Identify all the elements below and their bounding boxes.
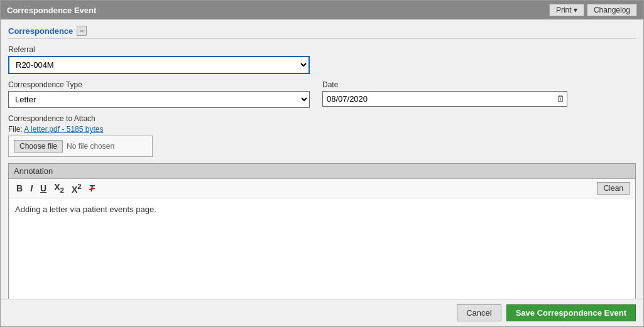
clean-button[interactable]: Clean [597,182,630,195]
correspondence-event-window: Correspondence Event Print ▾ Changelog C… [0,0,644,327]
main-content: Correspondence − Referral R20-004M Corre… [1,19,643,299]
type-col: Correspondence Type Letter [8,80,310,114]
referral-row: Referral R20-004M [8,45,636,74]
clear-format-icon: T [89,183,95,193]
attachment-label: Correspondence to Attach [8,114,636,123]
window-title: Correspondence Event [7,6,96,15]
type-row: Correspondence Type Letter [8,80,310,108]
collapse-button[interactable]: − [77,26,87,36]
type-date-row: Correspondence Type Letter Date 🗓 [8,80,636,114]
footer: Cancel Save Correspondence Event [1,299,643,326]
section-header: Correspondence − [8,26,636,39]
title-bar-buttons: Print ▾ Changelog [549,4,637,16]
date-row: Date 🗓 [322,80,567,107]
date-col: Date 🗓 [322,80,567,113]
print-button[interactable]: Print ▾ [549,4,584,16]
file-link[interactable]: A letter.pdf - 5185 bytes [24,125,103,134]
attachment-row: Correspondence to Attach File: A letter.… [8,114,636,157]
superscript-button[interactable]: X2 [69,181,84,195]
annotation-content[interactable]: Adding a letter via patient events page. [9,198,635,299]
date-label: Date [322,80,567,89]
subscript-button[interactable]: X2 [52,181,67,195]
section-title: Correspondence [8,26,73,36]
underline-button[interactable]: U [38,183,49,194]
type-select[interactable]: Letter [8,91,310,108]
date-wrapper: 🗓 [322,91,567,107]
file-info-label: File: A letter.pdf - 5185 bytes [8,125,636,134]
file-input-row: Choose file No file chosen [8,136,153,157]
clear-format-button[interactable]: T [87,183,97,194]
choose-file-button[interactable]: Choose file [14,140,63,153]
bold-button[interactable]: B [14,183,25,194]
calendar-icon: 🗓 [557,94,565,104]
title-bar: Correspondence Event Print ▾ Changelog [1,1,643,19]
save-button[interactable]: Save Correspondence Event [506,304,636,321]
annotation-toolbar: B I U X2 X2 T Clean [9,179,635,198]
toolbar-buttons: B I U X2 X2 T [14,181,97,195]
cancel-button[interactable]: Cancel [457,304,501,321]
italic-button[interactable]: I [28,183,35,194]
referral-label: Referral [8,45,636,54]
no-file-label: No file chosen [67,142,114,151]
annotation-header: Annotation [9,164,635,179]
referral-select[interactable]: R20-004M [8,56,310,74]
date-input[interactable] [322,91,567,107]
annotation-section: Annotation B I U X2 X2 T Clean Adding a … [8,163,636,299]
type-label: Correspondence Type [8,80,310,89]
changelog-button[interactable]: Changelog [587,4,637,16]
file-prefix: File: [8,125,24,134]
